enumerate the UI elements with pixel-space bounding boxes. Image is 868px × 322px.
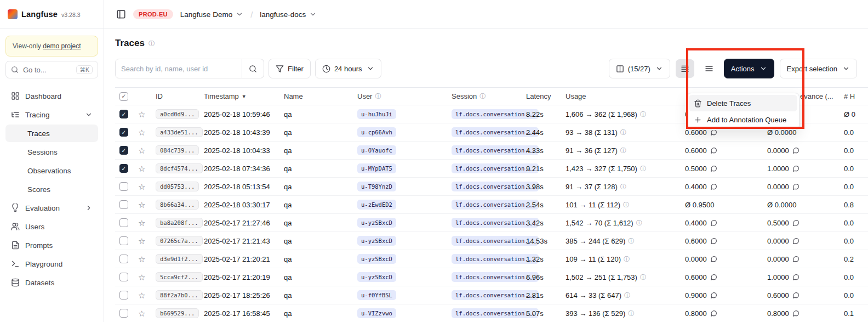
trace-id-badge[interactable]: ba8a208f... bbox=[156, 218, 203, 228]
row-checkbox[interactable] bbox=[119, 236, 128, 245]
score2-comment-icon[interactable] bbox=[792, 292, 800, 299]
star-icon[interactable]: ☆ bbox=[138, 183, 145, 191]
star-icon[interactable]: ☆ bbox=[138, 165, 145, 173]
sidebar-item-prompts[interactable]: Prompts bbox=[5, 236, 98, 254]
user-badge[interactable]: u-yzSBxcD bbox=[357, 218, 396, 228]
star-icon[interactable]: ☆ bbox=[138, 309, 145, 318]
row-checkbox[interactable] bbox=[119, 128, 128, 137]
star-icon[interactable]: ☆ bbox=[138, 255, 145, 263]
table-row[interactable]: ☆ dd05753... 2025-02-18 05:13:54 qa u-T9… bbox=[115, 178, 868, 196]
sidebar-item-evaluation[interactable]: Evaluation bbox=[5, 199, 98, 217]
row-checkbox[interactable] bbox=[119, 273, 128, 281]
table-row[interactable]: ☆ d3e9d1f2... 2025-02-17 21:20:21 qa u-y… bbox=[115, 250, 868, 268]
trace-id-badge[interactable]: 88f2a7b0... bbox=[156, 290, 203, 301]
score1-comment-icon[interactable] bbox=[710, 310, 717, 317]
table-row[interactable]: ☆ ba8a208f... 2025-02-17 21:27:46 qa u-y… bbox=[115, 214, 868, 232]
star-icon[interactable]: ☆ bbox=[138, 291, 145, 300]
star-icon[interactable]: ☆ bbox=[138, 201, 145, 209]
star-icon[interactable]: ☆ bbox=[138, 219, 145, 227]
trace-id-badge[interactable]: a0cd0d9... bbox=[156, 109, 199, 120]
org-switcher[interactable]: Langfuse Demo bbox=[180, 10, 243, 19]
trace-id-badge[interactable]: 5cca9cf2... bbox=[156, 272, 203, 283]
sidebar-item-scores[interactable]: Scores bbox=[5, 180, 98, 198]
trace-id-badge[interactable]: dd05753... bbox=[156, 182, 199, 192]
user-badge[interactable]: u-MYpDAT5 bbox=[357, 163, 396, 174]
trace-id-badge[interactable]: a433de51... bbox=[156, 127, 203, 138]
row-checkbox[interactable] bbox=[119, 255, 128, 263]
score2-comment-icon[interactable] bbox=[792, 310, 800, 317]
row-checkbox[interactable] bbox=[119, 164, 128, 173]
row-checkbox[interactable] bbox=[119, 218, 128, 227]
star-icon[interactable]: ☆ bbox=[138, 146, 145, 155]
sidebar-item-playground[interactable]: Playground bbox=[5, 255, 98, 273]
row-checkbox[interactable] bbox=[119, 110, 128, 118]
score1-comment-icon[interactable] bbox=[710, 219, 717, 227]
trace-id-badge[interactable]: b669529... bbox=[156, 308, 199, 319]
user-badge[interactable]: u-VIZzvwo bbox=[357, 308, 396, 319]
score2-comment-icon[interactable] bbox=[792, 183, 800, 190]
menu-item-delete-traces[interactable]: Delete Traces bbox=[689, 95, 797, 111]
select-all-checkbox[interactable] bbox=[119, 92, 128, 101]
score1-comment-icon[interactable] bbox=[710, 274, 717, 281]
star-icon[interactable]: ☆ bbox=[138, 237, 145, 245]
user-badge[interactable]: u-zEwdED2 bbox=[357, 200, 396, 210]
trace-id-badge[interactable]: 8b66a34... bbox=[156, 200, 199, 210]
menu-item-add-to-annotation-queue[interactable]: Add to Annotation Queue bbox=[689, 111, 797, 128]
user-badge[interactable]: u-OYauofc bbox=[357, 145, 396, 156]
star-icon[interactable]: ☆ bbox=[138, 110, 145, 118]
table-row[interactable]: ☆ 8b66a34... 2025-02-18 03:30:17 qa u-zE… bbox=[115, 196, 868, 214]
user-badge[interactable]: u-yzSBxcD bbox=[357, 254, 396, 264]
star-icon[interactable]: ☆ bbox=[138, 273, 145, 281]
row-height-small-button[interactable] bbox=[676, 59, 694, 78]
row-checkbox[interactable] bbox=[119, 291, 128, 300]
user-badge[interactable]: u-yzSBxcD bbox=[357, 236, 396, 246]
star-icon[interactable]: ☆ bbox=[138, 128, 145, 137]
table-row[interactable]: ☆ 084c739... 2025-02-18 10:04:33 qa u-OY… bbox=[115, 142, 868, 160]
trace-id-badge[interactable]: 084c739... bbox=[156, 145, 199, 156]
user-badge[interactable]: u-huJhuJi bbox=[357, 109, 396, 120]
project-switcher[interactable]: langfuse-docs bbox=[260, 10, 317, 19]
trace-id-badge[interactable]: 07265c7a... bbox=[156, 236, 203, 246]
score2-comment-icon[interactable] bbox=[792, 274, 800, 281]
score1-comment-icon[interactable] bbox=[710, 256, 717, 263]
score2-comment-icon[interactable] bbox=[792, 147, 800, 154]
table-row[interactable]: ☆ b669529... 2025-02-17 16:58:45 qa u-VI… bbox=[115, 304, 868, 322]
table-row[interactable]: ☆ 8dcf4574... 2025-02-18 07:34:36 qa u-M… bbox=[115, 160, 868, 178]
user-badge[interactable]: u-cp66Avh bbox=[357, 127, 396, 138]
table-row[interactable]: ☆ 07265c7a... 2025-02-17 21:21:43 qa u-y… bbox=[115, 232, 868, 250]
score2-comment-icon[interactable] bbox=[792, 219, 800, 227]
score1-comment-icon[interactable] bbox=[710, 238, 717, 245]
table-row[interactable]: ☆ 5cca9cf2... 2025-02-17 21:20:19 qa u-y… bbox=[115, 268, 868, 286]
score1-comment-icon[interactable] bbox=[710, 292, 717, 299]
table-row[interactable]: ☆ 88f2a7b0... 2025-02-17 18:25:26 qa u-f… bbox=[115, 286, 868, 304]
user-badge[interactable]: u-T98YnzD bbox=[357, 182, 396, 192]
score2-comment-icon[interactable] bbox=[792, 256, 800, 263]
sidebar-item-tracing[interactable]: Tracing bbox=[5, 106, 98, 123]
score2-comment-icon[interactable] bbox=[792, 165, 800, 172]
score2-comment-icon[interactable] bbox=[792, 238, 800, 245]
score1-comment-icon[interactable] bbox=[710, 147, 717, 154]
user-badge[interactable]: u-f0YfBSL bbox=[357, 290, 396, 301]
export-selection-button[interactable]: Export selection bbox=[780, 59, 858, 78]
row-checkbox[interactable] bbox=[119, 182, 128, 191]
row-checkbox[interactable] bbox=[119, 146, 128, 155]
column-visibility-button[interactable]: (15/27) bbox=[609, 59, 670, 78]
trace-id-badge[interactable]: 8dcf4574... bbox=[156, 163, 203, 174]
trace-id-badge[interactable]: d3e9d1f2... bbox=[156, 254, 203, 264]
search-button[interactable] bbox=[242, 59, 264, 78]
actions-button[interactable]: Actions bbox=[724, 59, 774, 78]
sidebar-item-observations[interactable]: Observations bbox=[5, 162, 98, 179]
search-input[interactable] bbox=[115, 59, 242, 78]
row-height-medium-button[interactable] bbox=[700, 59, 718, 78]
sidebar-item-users[interactable]: Users bbox=[5, 218, 98, 235]
time-range-button[interactable]: 24 hours bbox=[315, 59, 382, 78]
sidebar-item-traces[interactable]: Traces bbox=[5, 125, 98, 142]
score1-comment-icon[interactable] bbox=[710, 165, 717, 172]
row-checkbox[interactable] bbox=[119, 309, 128, 318]
demo-project-link[interactable]: demo project bbox=[43, 42, 81, 50]
sidebar-item-sessions[interactable]: Sessions bbox=[5, 143, 98, 161]
sidebar-item-dashboard[interactable]: Dashboard bbox=[5, 87, 98, 105]
row-checkbox[interactable] bbox=[119, 200, 128, 209]
goto-search[interactable]: Go to... ⌘K bbox=[5, 61, 98, 78]
score1-comment-icon[interactable] bbox=[710, 183, 717, 190]
